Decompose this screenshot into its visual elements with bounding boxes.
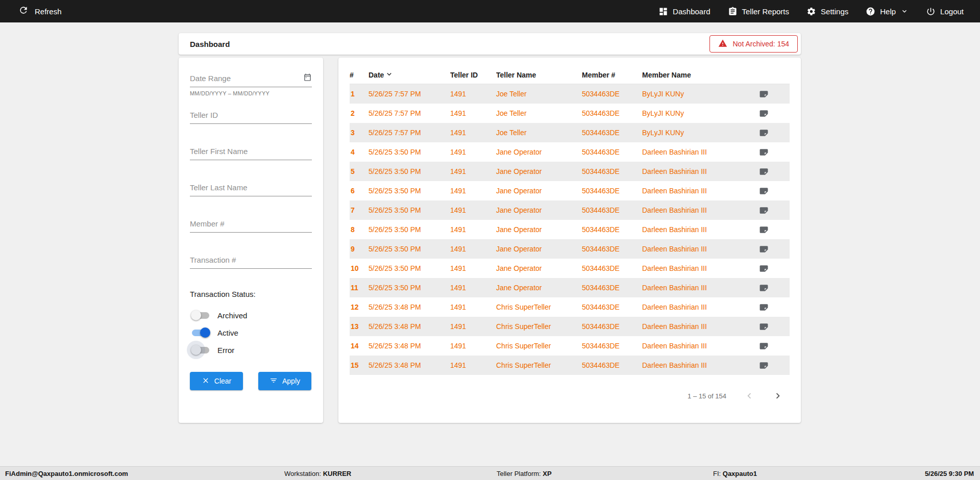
cell-tid: 1491: [450, 264, 496, 272]
member-number-input[interactable]: [190, 217, 312, 233]
note-icon[interactable]: [750, 89, 790, 99]
cell-num: 10: [350, 264, 369, 272]
note-icon[interactable]: [750, 361, 790, 370]
note-icon[interactable]: [750, 322, 790, 332]
teller-first-name-input[interactable]: [190, 145, 312, 160]
table-row[interactable]: 65/26/25 3:50 PM1491Jane Operator5034463…: [350, 181, 790, 200]
top-bar: Refresh Dashboard Teller Reports Setting…: [0, 0, 980, 22]
cell-date: 5/26/25 7:57 PM: [369, 109, 450, 117]
nav-logout[interactable]: Logout: [926, 7, 964, 16]
table-row[interactable]: 145/26/25 3:48 PM1491Chris SuperTeller50…: [350, 336, 790, 356]
cell-mnum: 5034463DE: [582, 361, 642, 369]
active-toggle-row: Active: [192, 324, 312, 341]
nav-teller-reports[interactable]: Teller Reports: [728, 7, 790, 16]
table-row[interactable]: 125/26/25 3:48 PM1491Chris SuperTeller50…: [350, 297, 790, 317]
cell-mnum: 5034463DE: [582, 284, 642, 292]
nav-label: Help: [880, 7, 896, 16]
table-row[interactable]: 95/26/25 3:50 PM1491Jane Operator5034463…: [350, 239, 790, 259]
cell-tid: 1491: [450, 303, 496, 311]
logout-icon: [926, 7, 936, 16]
cell-tid: 1491: [450, 187, 496, 195]
member-number-field: [190, 217, 312, 233]
date-range-input[interactable]: [190, 72, 312, 87]
cell-mname: Darleen Bashirian III: [642, 303, 750, 311]
cell-mname: ByLyJI KUNy: [642, 129, 750, 137]
cell-num: 2: [350, 109, 369, 117]
note-icon[interactable]: [750, 341, 790, 351]
note-icon[interactable]: [750, 167, 790, 176]
note-icon[interactable]: [750, 225, 790, 235]
apply-button[interactable]: Apply: [258, 372, 311, 390]
toggle-label: Error: [217, 346, 234, 355]
teller-first-name-field: [190, 145, 312, 160]
note-icon[interactable]: [750, 128, 790, 138]
table-row[interactable]: 155/26/25 3:48 PM1491Chris SuperTeller50…: [350, 356, 790, 375]
cell-num: 14: [350, 342, 369, 350]
cell-num: 1: [350, 90, 369, 98]
next-page-icon[interactable]: [772, 390, 783, 401]
page-title: Dashboard: [190, 40, 230, 48]
note-icon[interactable]: [750, 302, 790, 312]
table-row[interactable]: 75/26/25 3:50 PM1491Jane Operator5034463…: [350, 200, 790, 220]
teller-last-name-field: [190, 181, 312, 196]
cell-tname: Chris SuperTeller: [496, 322, 582, 331]
table-row[interactable]: 55/26/25 3:50 PM1491Jane Operator5034463…: [350, 162, 790, 181]
note-icon[interactable]: [750, 109, 790, 118]
cell-num: 9: [350, 245, 369, 253]
table-row[interactable]: 45/26/25 3:50 PM1491Jane Operator5034463…: [350, 142, 790, 162]
note-icon[interactable]: [750, 186, 790, 196]
note-icon[interactable]: [750, 206, 790, 215]
cell-tid: 1491: [450, 322, 496, 331]
note-icon[interactable]: [750, 147, 790, 157]
column-number[interactable]: #: [350, 71, 369, 79]
table-row[interactable]: 85/26/25 3:50 PM1491Jane Operator5034463…: [350, 220, 790, 239]
column-teller-name[interactable]: Teller Name: [496, 71, 582, 79]
clear-button[interactable]: Clear: [190, 372, 243, 390]
cell-num: 3: [350, 129, 369, 137]
date-range-field: MM/DD/YYYY – MM/DD/YYYY: [190, 72, 312, 96]
column-teller-id[interactable]: Teller ID: [450, 71, 496, 79]
not-archived-badge[interactable]: Not Archived: 154: [709, 35, 798, 53]
table-row[interactable]: 15/26/25 7:57 PM1491Joe Teller5034463DEB…: [350, 84, 790, 104]
table-row[interactable]: 35/26/25 7:57 PM1491Joe Teller5034463DEB…: [350, 123, 790, 142]
cell-mnum: 5034463DE: [582, 264, 642, 272]
column-member-name[interactable]: Member Name: [642, 71, 750, 79]
table-row[interactable]: 115/26/25 3:50 PM1491Jane Operator503446…: [350, 278, 790, 297]
cell-date: 5/26/25 3:50 PM: [369, 187, 450, 195]
note-icon[interactable]: [750, 244, 790, 254]
help-icon: [866, 7, 875, 16]
nav-help[interactable]: Help: [866, 7, 909, 16]
calendar-icon[interactable]: [303, 73, 312, 84]
cell-tname: Jane Operator: [496, 167, 582, 175]
page-header: Dashboard Not Archived: 154: [179, 33, 801, 55]
error-toggle[interactable]: [192, 347, 209, 353]
column-date[interactable]: Date: [369, 70, 450, 80]
teller-last-name-input[interactable]: [190, 181, 312, 196]
table-row[interactable]: 25/26/25 7:57 PM1491Joe Teller5034463DEB…: [350, 104, 790, 123]
active-toggle[interactable]: [192, 330, 209, 336]
nav-dashboard[interactable]: Dashboard: [658, 7, 710, 16]
note-icon[interactable]: [750, 264, 790, 273]
cell-mname: Darleen Bashirian III: [642, 361, 750, 369]
cell-num: 6: [350, 187, 369, 195]
table-row[interactable]: 105/26/25 3:50 PM1491Jane Operator503446…: [350, 259, 790, 278]
prev-page-icon[interactable]: [744, 390, 755, 401]
settings-icon: [806, 7, 816, 16]
archived-toggle[interactable]: [192, 312, 209, 319]
cell-date: 5/26/25 3:48 PM: [369, 342, 450, 350]
cell-tname: Jane Operator: [496, 148, 582, 156]
column-member-number[interactable]: Member #: [582, 71, 642, 79]
cell-tname: Chris SuperTeller: [496, 342, 582, 350]
clear-icon: [202, 376, 210, 386]
teller-id-input[interactable]: [190, 109, 312, 124]
filter-panel: MM/DD/YYYY – MM/DD/YYYY Transaction: [179, 58, 323, 423]
note-icon[interactable]: [750, 283, 790, 293]
nav-settings[interactable]: Settings: [806, 7, 848, 16]
cell-num: 15: [350, 361, 369, 369]
transaction-number-input[interactable]: [190, 254, 312, 269]
cell-mname: Darleen Bashirian III: [642, 284, 750, 292]
table-row[interactable]: 135/26/25 3:48 PM1491Chris SuperTeller50…: [350, 317, 790, 336]
refresh-button[interactable]: Refresh: [18, 5, 62, 17]
cell-num: 7: [350, 206, 369, 214]
workstation-status: Workstation: KURRER: [284, 470, 351, 477]
